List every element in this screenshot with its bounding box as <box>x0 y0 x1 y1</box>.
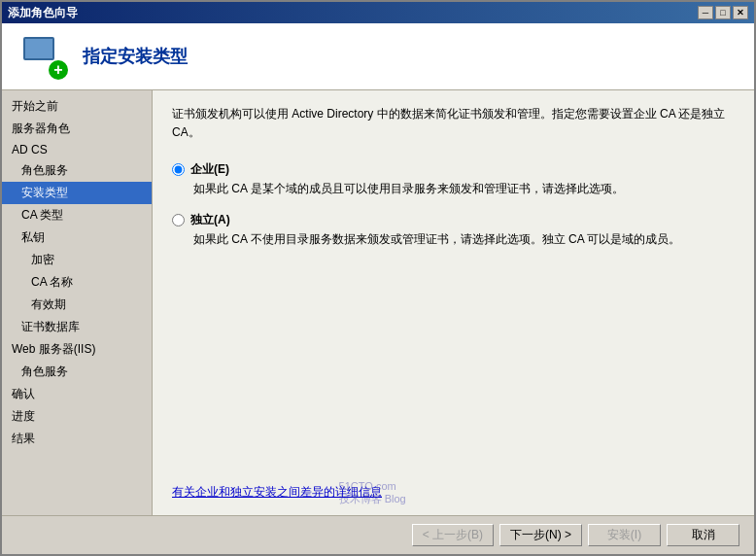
install-button[interactable]: 安装(I) <box>588 524 661 546</box>
enterprise-label: 企业(E) <box>190 161 229 178</box>
sidebar-item-3[interactable]: 角色服务 <box>2 159 152 182</box>
sidebar-item-4[interactable]: 安装类型 <box>2 182 152 204</box>
standalone-label: 独立(A) <box>190 212 230 228</box>
title-bar-buttons: ─ □ ✕ <box>698 6 748 19</box>
enterprise-label-row: 企业(E) <box>172 161 735 178</box>
sidebar-item-14[interactable]: 进度 <box>2 405 152 428</box>
sidebar-item-2[interactable]: AD CS <box>2 140 152 159</box>
title-bar: 添加角色向导 ─ □ ✕ <box>2 2 754 23</box>
plus-icon: + <box>49 60 68 80</box>
enterprise-option: 企业(E) 如果此 CA 是某个域的成员且可以使用目录服务来颁发和管理证书，请选… <box>172 161 735 197</box>
link-area: 有关企业和独立安装之间差异的详细信息 <box>172 474 735 501</box>
sidebar-item-5[interactable]: CA 类型 <box>2 204 152 226</box>
maximize-button[interactable]: □ <box>715 6 731 19</box>
page-title: 指定安装类型 <box>83 45 188 68</box>
monitor-shape <box>23 37 54 60</box>
next-button[interactable]: 下一步(N) > <box>499 524 582 546</box>
standalone-desc: 如果此 CA 不使用目录服务数据来颁发或管理证书，请选择此选项。独立 CA 可以… <box>172 230 735 248</box>
window-title: 添加角色向导 <box>8 5 78 21</box>
sidebar-item-10[interactable]: 证书数据库 <box>2 316 152 338</box>
sidebar-item-8[interactable]: CA 名称 <box>2 271 152 294</box>
sidebar-item-1[interactable]: 服务器角色 <box>2 118 152 140</box>
standalone-radio[interactable] <box>172 214 185 226</box>
cancel-button[interactable]: 取消 <box>667 524 739 546</box>
watermark-line2: 技术博客 Blog <box>339 493 406 504</box>
bottom-bar: 51CTO.com 技术博客 Blog < 上一步(B) 下一步(N) > 安装… <box>2 515 754 554</box>
header-icon: + <box>21 33 68 80</box>
sidebar-item-6[interactable]: 私钥 <box>2 226 152 249</box>
main-area: 开始之前服务器角色AD CS角色服务安装类型CA 类型私钥加密CA 名称有效期证… <box>2 90 754 515</box>
close-button[interactable]: ✕ <box>733 6 748 19</box>
sidebar-item-15[interactable]: 结果 <box>2 428 152 450</box>
window-body: + 指定安装类型 开始之前服务器角色AD CS角色服务安装类型CA 类型私钥加密… <box>2 23 754 554</box>
watermark-line1: 51CTO.com <box>339 480 396 492</box>
title-bar-left: 添加角色向导 <box>8 5 78 21</box>
sidebar-item-0[interactable]: 开始之前 <box>2 95 152 118</box>
sidebar-item-13[interactable]: 确认 <box>2 383 152 405</box>
standalone-option: 独立(A) 如果此 CA 不使用目录服务数据来颁发或管理证书，请选择此选项。独立… <box>172 212 735 248</box>
radio-group: 企业(E) 如果此 CA 是某个域的成员且可以使用目录服务来颁发和管理证书，请选… <box>172 161 735 474</box>
sidebar-item-7[interactable]: 加密 <box>2 249 152 271</box>
main-window: 添加角色向导 ─ □ ✕ + 指定安装类型 开始之前服务器角色AD CS角色服务… <box>0 0 756 556</box>
header-area: + 指定安装类型 <box>2 23 754 90</box>
sidebar-item-12[interactable]: 角色服务 <box>2 361 152 383</box>
content-area: 证书颁发机构可以使用 Active Directory 中的数据来简化证书颁发和… <box>153 90 754 515</box>
back-button[interactable]: < 上一步(B) <box>412 524 494 546</box>
sidebar-item-9[interactable]: 有效期 <box>2 294 152 316</box>
sidebar-item-11[interactable]: Web 服务器(IIS) <box>2 338 152 361</box>
enterprise-desc: 如果此 CA 是某个域的成员且可以使用目录服务来颁发和管理证书，请选择此选项。 <box>172 180 735 197</box>
standalone-label-row: 独立(A) <box>172 212 735 228</box>
description-text: 证书颁发机构可以使用 Active Directory 中的数据来简化证书颁发和… <box>172 105 735 142</box>
minimize-button[interactable]: ─ <box>698 6 713 19</box>
enterprise-radio[interactable] <box>172 163 185 176</box>
sidebar: 开始之前服务器角色AD CS角色服务安装类型CA 类型私钥加密CA 名称有效期证… <box>2 90 153 515</box>
